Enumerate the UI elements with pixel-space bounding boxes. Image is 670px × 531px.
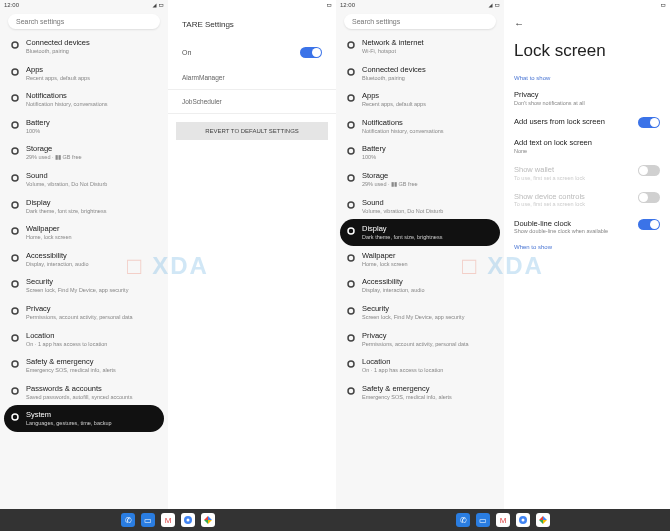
- svg-point-29: [348, 335, 354, 341]
- settings-item-system[interactable]: SystemLanguages, gestures, time, backup: [4, 405, 164, 432]
- item-subtitle: Bluetooth, pairing: [362, 75, 426, 82]
- item-title: Notifications: [362, 118, 444, 127]
- svg-point-4: [12, 122, 18, 128]
- settings-item-location[interactable]: LocationOn · 1 app has access to locatio…: [340, 352, 500, 379]
- item-subtitle: Screen lock, Find My Device, app securit…: [26, 287, 128, 294]
- item-subtitle: Emergency SOS, medical info, alerts: [362, 394, 452, 401]
- item-title: Safety & emergency: [26, 357, 116, 366]
- option-subtitle: Don't show notifications at all: [514, 100, 585, 107]
- section-what-to-show: What to show: [504, 71, 670, 85]
- settings-item-safety-emergency[interactable]: Safety & emergencyEmergency SOS, medical…: [340, 379, 500, 406]
- search-input[interactable]: Search settings: [8, 14, 160, 29]
- revert-button[interactable]: REVERT TO DEFAULT SETTINGS: [176, 122, 328, 140]
- item-title: Sound: [26, 171, 107, 180]
- item-title: Location: [362, 357, 443, 366]
- switch[interactable]: [638, 117, 660, 128]
- settings-item-connected-devices[interactable]: Connected devicesBluetooth, pairing: [340, 60, 500, 87]
- settings-item-wallpaper[interactable]: WallpaperHome, lock screen: [340, 246, 500, 273]
- svg-rect-16: [328, 4, 332, 6]
- lock-option-double-line-clock[interactable]: Double-line clockShow double-line clock …: [504, 214, 670, 241]
- photos-icon[interactable]: [536, 513, 550, 527]
- item-subtitle: Volume, vibration, Do Not Disturb: [26, 181, 107, 188]
- search-input[interactable]: Search settings: [344, 14, 496, 29]
- settings-item-safety-emergency[interactable]: Safety & emergencyEmergency SOS, medical…: [4, 352, 164, 379]
- status-bar: [504, 0, 670, 10]
- item-subtitle: Display, interaction, audio: [26, 261, 89, 268]
- item-subtitle: Saved passwords, autofill, synced accoun…: [26, 394, 132, 401]
- switch[interactable]: [638, 192, 660, 203]
- settings-item-accessibility[interactable]: AccessibilityDisplay, interaction, audio: [4, 246, 164, 273]
- settings-item-display[interactable]: DisplayDark theme, font size, brightness: [340, 219, 500, 246]
- settings-item-storage[interactable]: Storage29% used · ▮▮ GB free: [4, 139, 164, 166]
- settings-item-apps[interactable]: AppsRecent apps, default apps: [4, 60, 164, 87]
- settings-item-storage[interactable]: Storage29% used · ▮▮ GB free: [340, 166, 500, 193]
- link-jobscheduler[interactable]: JobScheduler: [168, 90, 336, 114]
- back-button[interactable]: ←: [504, 10, 670, 37]
- lock-option-add-users-from-lock-screen[interactable]: Add users from lock screen: [504, 112, 670, 133]
- phone-icon[interactable]: ✆: [121, 513, 135, 527]
- messages-icon[interactable]: ▭: [476, 513, 490, 527]
- messages-icon[interactable]: ▭: [141, 513, 155, 527]
- svg-point-20: [348, 95, 354, 101]
- settings-item-sound[interactable]: SoundVolume, vibration, Do Not Disturb: [4, 166, 164, 193]
- switch[interactable]: [638, 219, 660, 230]
- item-icon: [10, 306, 20, 316]
- item-subtitle: Notification history, conversations: [26, 101, 108, 108]
- item-title: Display: [362, 224, 442, 233]
- settings-item-network-internet[interactable]: Network & internetWi-Fi, hotspot: [340, 33, 500, 60]
- svg-rect-32: [662, 4, 666, 6]
- status-bar: 12:00: [336, 0, 504, 10]
- phone-icon[interactable]: ✆: [456, 513, 470, 527]
- link-alarmmanager[interactable]: AlarmManager: [168, 66, 336, 90]
- svg-point-9: [12, 255, 18, 261]
- settings-item-security[interactable]: SecurityScreen lock, Find My Device, app…: [340, 299, 500, 326]
- item-subtitle: 29% used · ▮▮ GB free: [362, 181, 418, 188]
- tare-on-row[interactable]: On: [168, 39, 336, 66]
- settings-item-passwords-accounts[interactable]: Passwords & accountsSaved passwords, aut…: [4, 379, 164, 406]
- item-title: Location: [26, 331, 107, 340]
- item-title: Connected devices: [26, 38, 90, 47]
- item-icon: [10, 359, 20, 369]
- gmail-icon[interactable]: M: [161, 513, 175, 527]
- switch[interactable]: [638, 165, 660, 176]
- gmail-icon[interactable]: M: [496, 513, 510, 527]
- item-title: Wallpaper: [362, 251, 408, 260]
- settings-item-connected-devices[interactable]: Connected devicesBluetooth, pairing: [4, 33, 164, 60]
- status-bar: 12:00: [0, 0, 168, 10]
- settings-item-accessibility[interactable]: AccessibilityDisplay, interaction, audio: [340, 272, 500, 299]
- lock-option-add-text-on-lock-screen[interactable]: Add text on lock screenNone: [504, 133, 670, 160]
- option-subtitle: None: [514, 148, 592, 155]
- settings-item-battery[interactable]: Battery100%: [340, 139, 500, 166]
- svg-point-28: [348, 308, 354, 314]
- chrome-icon[interactable]: [181, 513, 195, 527]
- option-subtitle: To use, first set a screen lock: [514, 201, 585, 208]
- item-icon: [346, 386, 356, 396]
- item-icon: [10, 333, 20, 343]
- settings-item-display[interactable]: DisplayDark theme, font size, brightness: [4, 193, 164, 220]
- toggle-on[interactable]: [300, 47, 322, 58]
- item-icon: [346, 306, 356, 316]
- lock-option-show-wallet[interactable]: Show walletTo use, first set a screen lo…: [504, 160, 670, 187]
- lock-option-show-device-controls[interactable]: Show device controlsTo use, first set a …: [504, 187, 670, 214]
- settings-item-location[interactable]: LocationOn · 1 app has access to locatio…: [4, 326, 164, 353]
- item-icon: [346, 146, 356, 156]
- lock-option-privacy[interactable]: PrivacyDon't show notifications at all: [504, 85, 670, 112]
- item-icon: [10, 279, 20, 289]
- settings-item-notifications[interactable]: NotificationsNotification history, conve…: [340, 113, 500, 140]
- item-title: Privacy: [26, 304, 133, 313]
- settings-item-wallpaper[interactable]: WallpaperHome, lock screen: [4, 219, 164, 246]
- settings-item-apps[interactable]: AppsRecent apps, default apps: [340, 86, 500, 113]
- chrome-icon[interactable]: [516, 513, 530, 527]
- photos-icon[interactable]: [201, 513, 215, 527]
- item-icon: [10, 120, 20, 130]
- settings-item-sound[interactable]: SoundVolume, vibration, Do Not Disturb: [340, 193, 500, 220]
- settings-item-privacy[interactable]: PrivacyPermissions, account activity, pe…: [4, 299, 164, 326]
- settings-item-battery[interactable]: Battery100%: [4, 113, 164, 140]
- svg-point-21: [348, 122, 354, 128]
- settings-item-notifications[interactable]: NotificationsNotification history, conve…: [4, 86, 164, 113]
- settings-item-security[interactable]: SecurityScreen lock, Find My Device, app…: [4, 272, 164, 299]
- option-title: Add text on lock screen: [514, 138, 592, 148]
- settings-item-privacy[interactable]: PrivacyPermissions, account activity, pe…: [340, 326, 500, 353]
- item-title: Privacy: [362, 331, 469, 340]
- svg-point-24: [348, 202, 354, 208]
